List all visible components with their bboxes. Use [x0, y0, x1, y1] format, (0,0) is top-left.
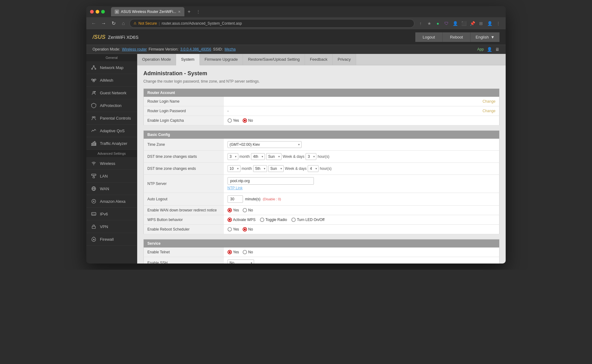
wan-redirect-no-label[interactable]: No — [243, 208, 253, 212]
reboot-yes-radio[interactable] — [228, 227, 232, 231]
dst-starts-month-select[interactable]: 3 — [228, 153, 238, 160]
svg-point-1 — [92, 68, 93, 70]
wps-toggle-label[interactable]: Toggle Radio — [260, 218, 287, 222]
dst-starts-hour-select[interactable]: 3 — [306, 153, 316, 160]
tab-privacy[interactable]: Privacy — [333, 54, 356, 65]
browser-tab-active[interactable]: A ASUS Wireless Router ZenWiFi... ✕ — [111, 7, 184, 16]
captcha-yes-radio[interactable] — [228, 118, 232, 123]
sidebar-item-guest-network[interactable]: Guest Network — [86, 87, 137, 99]
dst-starts-nth-select[interactable]: 4th — [251, 153, 265, 160]
maximize-button[interactable] — [101, 10, 105, 14]
ext5-icon[interactable]: 📌 — [469, 20, 476, 27]
status-firmware-link[interactable]: 3.0.0.4.386_49356 — [180, 47, 211, 51]
timezone-select[interactable]: (GMT+02:00) Kiev — [228, 141, 302, 148]
bookmark-icon[interactable]: ★ — [426, 20, 433, 27]
share-icon[interactable]: ↑ — [417, 20, 424, 27]
dst-ends-hour-select[interactable]: 4 — [308, 165, 319, 172]
tab-restore-save[interactable]: Restore/Save/Upload Setting — [243, 54, 305, 65]
language-button[interactable]: English ▼ — [471, 32, 500, 42]
tab-system[interactable]: System — [176, 54, 199, 65]
sidebar-item-aimesh[interactable]: AiMesh — [86, 74, 137, 87]
telnet-yes-radio[interactable] — [228, 250, 232, 254]
back-button[interactable]: ← — [90, 20, 97, 27]
monitor-icon[interactable]: 🖥 — [495, 47, 500, 52]
refresh-button[interactable]: ↻ — [110, 20, 117, 27]
new-tab-button[interactable]: + — [186, 8, 192, 15]
forward-button[interactable]: → — [100, 20, 107, 27]
status-ssid-link[interactable]: Mezha — [224, 47, 236, 51]
wps-activate-radio[interactable] — [228, 218, 232, 222]
sidebar-item-network-map[interactable]: Network Map — [86, 61, 137, 74]
wan-redirect-no-radio[interactable] — [243, 208, 247, 212]
sidebar-item-firewall[interactable]: Firewall — [86, 233, 137, 246]
sidebar-item-parental-controls[interactable]: Parental Controls — [86, 112, 137, 125]
tab-operation-mode[interactable]: Operation Mode — [137, 54, 176, 65]
dst-starts-day-select[interactable]: Sun — [266, 153, 282, 160]
content-area: Operation Mode System Firmware Upgrade R… — [137, 54, 506, 264]
ext7-icon[interactable]: 👤 — [486, 20, 493, 27]
dst-ends-day-select[interactable]: Sun — [268, 165, 284, 172]
dst-ends-month-label: month — [242, 166, 252, 171]
user-icon[interactable]: 👤 — [487, 47, 492, 52]
app-link[interactable]: App — [477, 47, 484, 51]
reboot-no-radio[interactable] — [243, 227, 247, 231]
tab-feedback[interactable]: Feedback — [305, 54, 333, 65]
close-button[interactable] — [90, 10, 94, 14]
dst-starts-label: DST time zone changes starts — [144, 151, 224, 163]
wan-redirect-yes-label[interactable]: Yes — [228, 208, 239, 212]
dst-ends-nth-wrap: 5th — [253, 165, 267, 172]
ext1-icon[interactable]: ● — [434, 20, 442, 27]
login-password-change-link[interactable]: Change — [483, 109, 495, 113]
ext6-icon[interactable]: ⊞ — [477, 20, 485, 27]
telnet-no-radio[interactable] — [243, 250, 247, 254]
telnet-no-text: No — [248, 250, 253, 254]
status-mode-link[interactable]: Wireless router — [122, 47, 147, 51]
router-header-buttons: Logout Reboot English ▼ — [415, 32, 500, 42]
wps-led-label[interactable]: Turn LED On/Off — [291, 218, 324, 222]
sidebar-item-wan[interactable]: WAN — [86, 182, 137, 195]
ext3-icon[interactable]: 👤 — [451, 20, 459, 27]
reboot-no-label[interactable]: No — [243, 227, 253, 231]
svg-point-19 — [93, 165, 94, 166]
sidebar-item-aiprotection[interactable]: AiProtection — [86, 99, 137, 112]
reboot-button[interactable]: Reboot — [443, 32, 471, 42]
wan-redirect-yes-radio[interactable] — [228, 208, 232, 212]
router-account-section: Router Account Router Login Name Change — [143, 88, 500, 125]
sidebar-item-vpn[interactable]: VPN — [86, 220, 137, 233]
minimize-button[interactable] — [96, 10, 99, 14]
dst-ends-month-select[interactable]: 10 — [228, 165, 240, 172]
logout-button[interactable]: Logout — [415, 32, 443, 42]
dst-ends-nth-select[interactable]: 5th — [253, 165, 267, 172]
sidebar-item-lan[interactable]: LAN — [86, 170, 137, 182]
tab-menu-icon[interactable]: ⋮ — [194, 9, 203, 14]
wps-activate-label[interactable]: Activate WPS — [228, 218, 256, 222]
ntp-link[interactable]: NTP Link — [228, 186, 496, 190]
sidebar-item-adaptive-qos[interactable]: Adaptive QoS — [86, 125, 137, 137]
sidebar-item-wireless[interactable]: Wireless — [86, 157, 137, 170]
captcha-no-radio[interactable] — [243, 118, 247, 123]
dst-starts-hour-wrap: 3 — [306, 153, 316, 160]
sidebar-item-ipv6[interactable]: IPv6 IPv6 — [86, 208, 137, 220]
menu-icon[interactable]: ⋮ — [495, 20, 502, 27]
sidebar-item-traffic-analyzer[interactable]: Traffic Analyzer — [86, 137, 137, 150]
ssh-select[interactable]: No LAN only LAN+WAN — [228, 260, 254, 264]
ext4-icon[interactable]: ⬛ — [460, 20, 467, 27]
wps-led-radio[interactable] — [291, 218, 296, 222]
reboot-yes-label[interactable]: Yes — [228, 227, 239, 231]
auto-logout-input[interactable] — [228, 195, 243, 203]
captcha-no-label[interactable]: No — [243, 118, 253, 123]
login-name-change-link[interactable]: Change — [483, 99, 495, 104]
home-button[interactable]: ⌂ — [120, 20, 127, 27]
telnet-no-label[interactable]: No — [243, 250, 253, 254]
sidebar-item-amazon-alexa[interactable]: Amazon Alexa — [86, 195, 137, 208]
tab-firmware-upgrade[interactable]: Firmware Upgrade — [200, 54, 243, 65]
wps-toggle-radio[interactable] — [260, 218, 264, 222]
sidebar-label-adaptive-qos: Adaptive QoS — [100, 129, 125, 133]
address-bar[interactable]: ⚠ Not Secure | router.asus.com/Advanced_… — [130, 19, 414, 28]
browser-titlebar: A ASUS Wireless Router ZenWiFi... ✕ + ⋮ — [86, 6, 506, 17]
captcha-yes-label[interactable]: Yes — [228, 118, 239, 123]
telnet-yes-label[interactable]: Yes — [228, 250, 239, 254]
ntp-input[interactable] — [228, 177, 314, 185]
tab-close-icon[interactable]: ✕ — [178, 10, 181, 14]
ext2-icon[interactable]: 🛡 — [443, 20, 450, 27]
